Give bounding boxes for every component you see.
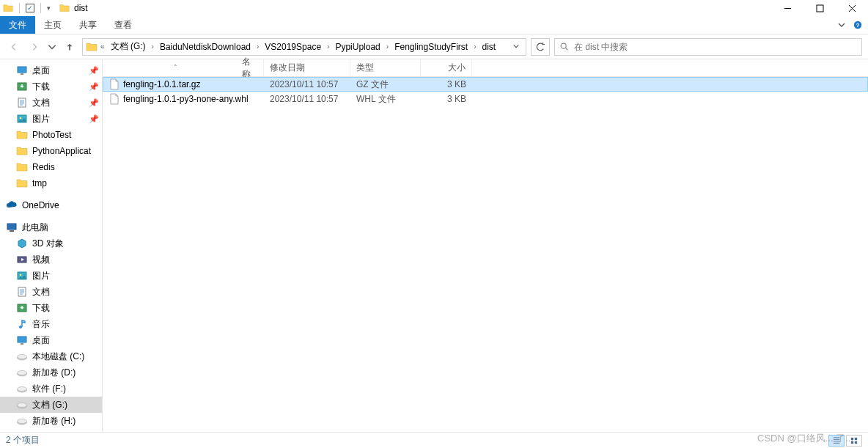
file-row[interactable]: fengling-1.0.1-py3-none-any.whl 2023/10/… — [103, 92, 868, 106]
close-button[interactable] — [836, 0, 868, 16]
pin-icon: 📌 — [89, 82, 99, 92]
breadcrumb-ellipsis[interactable]: « — [99, 43, 106, 51]
file-name: fengling-1.0.1.tar.gz — [123, 79, 200, 89]
sidebar-quick-0[interactable]: 桌面📌 — [0, 62, 102, 78]
crumb-1[interactable]: BaiduNetdiskDownload — [157, 42, 254, 52]
sidebar-item-label: 此电脑 — [22, 221, 48, 234]
sidebar-pc-4[interactable]: 下载 — [0, 300, 102, 316]
sidebar-quick-1[interactable]: 下载📌 — [0, 78, 102, 95]
crumb-4[interactable]: FenglingStudyFirst — [391, 42, 471, 52]
chevron-right-icon[interactable]: › — [385, 43, 390, 51]
col-size[interactable]: 大小 — [421, 59, 472, 76]
pin-icon: 📌 — [89, 66, 99, 76]
file-row[interactable]: fengling-1.0.1.tar.gz 2023/10/11 10:57 G… — [103, 77, 868, 92]
sidebar-item-label: 文档 (G:) — [32, 399, 67, 411]
help-icon[interactable] — [853, 21, 862, 29]
sidebar-quick-5[interactable]: PythonApplicat — [0, 143, 102, 159]
crumb-3[interactable]: PypiUpload — [332, 42, 383, 52]
sidebar[interactable]: 桌面📌下载📌文档📌图片📌PhotoTestPythonApplicatRedis… — [0, 59, 103, 432]
sidebar-item-label: 文档 — [32, 97, 50, 109]
sidebar-quick-4[interactable]: PhotoTest — [0, 127, 102, 143]
sidebar-pc-8[interactable]: 新加卷 (D:) — [0, 364, 102, 381]
sidebar-quick-3[interactable]: 图片📌 — [0, 111, 102, 127]
sidebar-item-label: 新加卷 (D:) — [32, 367, 76, 379]
sidebar-item-label: 软件 (F:) — [32, 383, 66, 395]
address-row: « 文档 (G:)› BaiduNetdiskDownload› VS2019S… — [0, 34, 868, 59]
sidebar-quick-6[interactable]: Redis — [0, 159, 102, 175]
view-large-button[interactable] — [846, 435, 862, 447]
sidebar-pc-11[interactable]: 新加卷 (H:) — [0, 413, 102, 429]
sidebar-pc-1[interactable]: 视频 — [0, 251, 102, 268]
crumb-2[interactable]: VS2019Space — [262, 42, 324, 52]
sidebar-item-label: 办公 (I:) — [32, 431, 63, 433]
sidebar-item-label: 新加卷 (H:) — [32, 415, 76, 427]
chevron-right-icon[interactable]: › — [326, 43, 331, 51]
pin-icon: 📌 — [89, 98, 99, 108]
nav-forward-button[interactable] — [26, 39, 43, 55]
sidebar-pc-7[interactable]: 本地磁盘 (C:) — [0, 348, 102, 364]
col-date[interactable]: 修改日期 — [264, 59, 350, 76]
sidebar-thispc[interactable]: 此电脑 — [0, 219, 102, 235]
search-box[interactable] — [554, 38, 862, 56]
sidebar-pc-0[interactable]: 3D 对象 — [0, 235, 102, 251]
file-size: 3 KB — [421, 94, 472, 104]
sidebar-item-label: 视频 — [32, 254, 50, 266]
sidebar-pc-3[interactable]: 文档 — [0, 284, 102, 300]
address-dropdown-icon[interactable] — [510, 42, 523, 52]
tab-home[interactable]: 主页 — [35, 16, 70, 34]
address-bar[interactable]: « 文档 (G:)› BaiduNetdiskDownload› VS2019S… — [82, 38, 526, 56]
col-type[interactable]: 类型 — [350, 59, 421, 76]
tab-view[interactable]: 查看 — [106, 16, 141, 34]
window-folder-icon — [59, 3, 70, 13]
qat-dropdown-icon[interactable]: ▾ — [47, 4, 51, 12]
file-type: WHL 文件 — [350, 93, 421, 106]
sidebar-pc-10[interactable]: 文档 (G:) — [0, 397, 102, 413]
title-bar: ✓ ▾ dist — [0, 0, 868, 16]
crumb-0[interactable]: 文档 (G:) — [108, 40, 149, 53]
sidebar-item-label: PhotoTest — [32, 130, 71, 140]
col-name[interactable]: ˄ 名称 — [103, 59, 264, 76]
nav-up-button[interactable] — [62, 39, 78, 55]
qat-props-icon[interactable]: ✓ — [26, 4, 34, 12]
search-input[interactable] — [574, 42, 857, 52]
sidebar-quick-2[interactable]: 文档📌 — [0, 95, 102, 111]
tab-file[interactable]: 文件 — [0, 16, 35, 34]
sidebar-pc-12[interactable]: 办公 (I:) — [0, 429, 102, 432]
chevron-right-icon[interactable]: › — [255, 43, 260, 51]
pin-icon: 📌 — [89, 114, 99, 124]
status-bar: 2 个项目 — [0, 432, 868, 448]
sidebar-item-label: 本地磁盘 (C:) — [32, 350, 84, 363]
search-icon — [559, 42, 570, 52]
sort-indicator-icon: ˄ — [174, 64, 177, 71]
nav-back-button[interactable] — [6, 39, 22, 55]
maximize-button[interactable] — [803, 0, 836, 16]
minimize-button[interactable] — [771, 0, 803, 16]
sidebar-pc-6[interactable]: 桌面 — [0, 332, 102, 348]
view-details-button[interactable] — [828, 435, 845, 447]
ribbon-tabs: 文件 主页 共享 查看 — [0, 16, 868, 34]
sidebar-item-label: Redis — [32, 162, 55, 172]
sidebar-item-label: 文档 — [32, 286, 50, 298]
sidebar-item-label: 3D 对象 — [32, 238, 64, 250]
chevron-right-icon[interactable]: › — [150, 43, 155, 51]
separator — [40, 3, 41, 13]
nav-recent-dropdown[interactable] — [47, 39, 57, 55]
sidebar-item-label: 桌面 — [32, 65, 50, 77]
sidebar-pc-2[interactable]: 图片 — [0, 268, 102, 284]
ribbon-expand-icon[interactable] — [837, 21, 846, 29]
window-title: dist — [74, 3, 88, 13]
sidebar-quick-7[interactable]: tmp — [0, 175, 102, 191]
chevron-right-icon[interactable]: › — [472, 43, 477, 51]
sidebar-item-label: PythonApplicat — [32, 146, 91, 156]
column-headers: ˄ 名称 修改日期 类型 大小 — [103, 59, 868, 77]
sidebar-onedrive[interactable]: OneDrive — [0, 197, 102, 213]
crumb-5[interactable]: dist — [479, 42, 499, 52]
sidebar-item-label: 下载 — [32, 81, 50, 93]
sidebar-pc-9[interactable]: 软件 (F:) — [0, 381, 102, 397]
sidebar-pc-5[interactable]: 音乐 — [0, 316, 102, 332]
item-count: 2 个项目 — [6, 434, 40, 447]
tab-share[interactable]: 共享 — [70, 16, 106, 34]
sidebar-item-label: tmp — [32, 178, 47, 188]
sidebar-item-label: OneDrive — [22, 200, 59, 210]
refresh-button[interactable] — [531, 38, 550, 56]
